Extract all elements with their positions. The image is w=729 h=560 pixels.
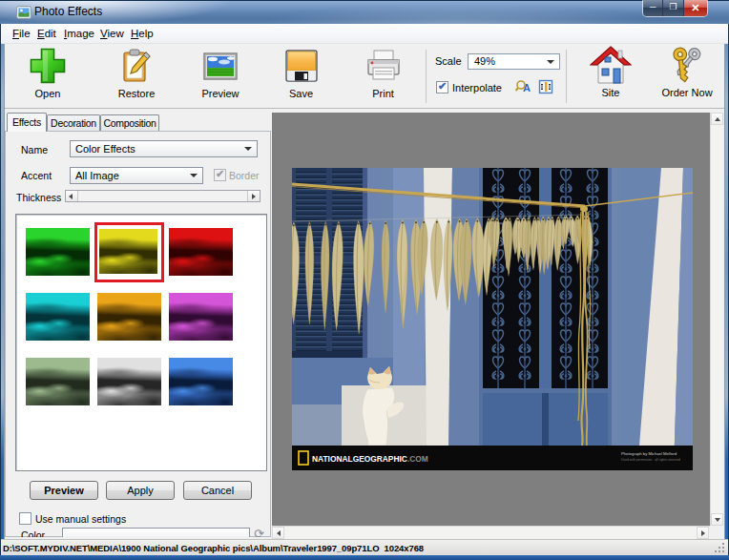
svg-text:Photograph by Michael Melford: Photograph by Michael Melford [621, 451, 677, 456]
svg-text:NATIONALGEOGRAPHIC.COM: NATIONALGEOGRAPHIC.COM [312, 454, 428, 464]
svg-text:Used with permission - all rig: Used with permission - all rights reserv… [621, 458, 680, 462]
